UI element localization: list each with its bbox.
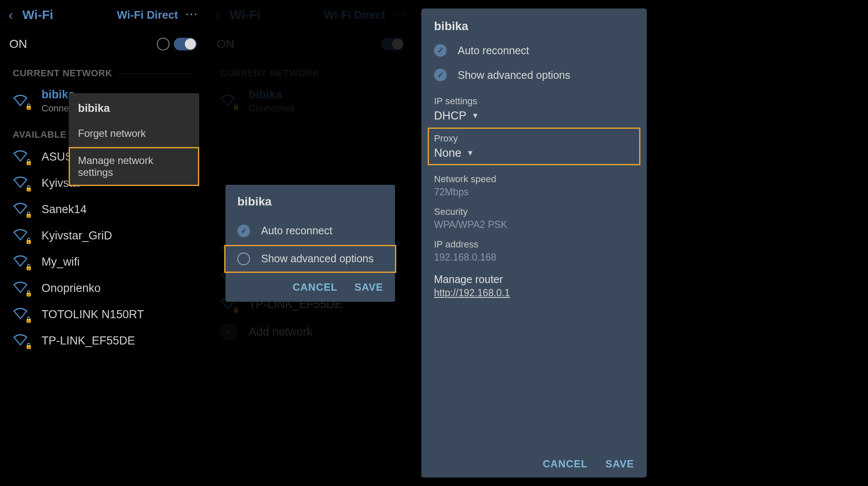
chevron-down-icon: ▼ <box>472 111 479 120</box>
show-advanced-row[interactable]: Show advanced options <box>224 245 396 273</box>
wifi-signal-icon: 🔒 <box>13 228 30 243</box>
radio-empty-icon <box>157 38 170 50</box>
speed-value: 72Mbps <box>434 186 634 198</box>
topbar: ‹ Wi-Fi Wi-Fi Direct ⋮ <box>0 0 206 30</box>
lock-icon: 🔒 <box>25 264 32 270</box>
proxy-section[interactable]: Proxy None▼ <box>428 128 640 165</box>
router-label: Manage router <box>434 273 634 286</box>
show-advanced-label: Show advanced options <box>458 69 570 81</box>
auto-reconnect-label: Auto reconnect <box>261 225 332 237</box>
auto-reconnect-label: Auto reconnect <box>458 44 529 57</box>
screen-1: ‹ Wi-Fi Wi-Fi Direct ⋮ ON CURRENT NETWOR… <box>0 0 206 486</box>
save-button[interactable]: SAVE <box>354 281 383 293</box>
wifi-direct-link[interactable]: Wi-Fi Direct <box>117 8 178 22</box>
page-title: Wi-Fi <box>22 8 117 22</box>
lock-icon: 🔒 <box>25 211 32 218</box>
network-name: TOTOLINK N150RT <box>42 308 144 321</box>
wifi-signal-icon: 🔒 <box>13 307 30 322</box>
back-icon[interactable]: ‹ <box>8 7 13 23</box>
ip-settings-dropdown[interactable]: DHCP▼ <box>434 109 634 122</box>
chevron-down-icon: ▼ <box>467 149 474 158</box>
wifi-signal-icon: 🔒 <box>13 176 30 190</box>
lock-icon: 🔒 <box>25 185 32 192</box>
ip-settings-label: IP settings <box>434 96 634 107</box>
lock-icon: 🔒 <box>25 237 32 244</box>
proxy-label: Proxy <box>434 133 634 144</box>
cancel-button[interactable]: CANCEL <box>542 458 587 470</box>
available-network-item[interactable]: 🔒 TOTOLINK N150RT <box>0 301 206 328</box>
auto-reconnect-row[interactable]: ✓ Auto reconnect <box>225 217 395 245</box>
on-label: ON <box>9 37 27 51</box>
available-network-item[interactable]: 🔒 Sanek14 <box>0 196 206 222</box>
router-url-link[interactable]: http://192.168.0.1 <box>434 287 634 299</box>
lock-icon: 🔒 <box>25 342 32 349</box>
ip-value: 192.168.0.168 <box>434 252 634 263</box>
available-network-item[interactable]: 🔒 My_wifi <box>0 249 206 275</box>
show-advanced-row[interactable]: ✓ Show advanced options <box>434 63 634 87</box>
lock-icon: 🔒 <box>25 290 32 297</box>
network-name: ASUS <box>42 150 73 164</box>
lock-icon: 🔒 <box>25 316 32 323</box>
checkbox-unchecked-icon <box>237 253 250 265</box>
cancel-button[interactable]: CANCEL <box>292 281 337 293</box>
available-network-item[interactable]: 🔒 Kyivstar_GriD <box>0 222 206 249</box>
network-name: TP-LINK_EF55DE <box>42 334 135 347</box>
wifi-signal-icon: 🔒 <box>13 150 30 164</box>
network-details-card: bibika ✓ Auto reconnect ✓ Show advanced … <box>421 8 647 478</box>
wifi-signal-icon: 🔒 <box>13 202 30 217</box>
more-icon[interactable]: ⋮ <box>186 8 198 21</box>
lock-icon: 🔒 <box>25 158 32 165</box>
wifi-signal-icon: 🔒 <box>13 333 30 348</box>
dialog-overlay: bibika ✓ Auto reconnect Show advanced op… <box>207 0 413 486</box>
forget-network-item[interactable]: Forget network <box>69 120 199 147</box>
network-settings-dialog: bibika ✓ Auto reconnect Show advanced op… <box>225 185 395 302</box>
wifi-signal-icon: 🔒 <box>13 255 30 269</box>
security-value: WPA/WPA2 PSK <box>434 219 634 231</box>
proxy-dropdown[interactable]: None▼ <box>434 147 634 160</box>
speed-label: Network speed <box>434 174 634 185</box>
security-label: Security <box>434 206 634 217</box>
wifi-signal-icon: 🔒 <box>13 281 30 295</box>
checkbox-checked-icon: ✓ <box>434 44 447 57</box>
dialog-title: bibika <box>434 19 634 38</box>
network-name: Sanek14 <box>42 203 87 216</box>
save-button[interactable]: SAVE <box>605 458 634 470</box>
checkbox-checked-icon: ✓ <box>434 69 447 81</box>
lock-icon: 🔒 <box>25 103 32 110</box>
context-menu: bibika Forget network Manage network set… <box>69 93 199 186</box>
wifi-signal-icon: 🔒 <box>13 94 30 108</box>
network-name: My_wifi <box>42 255 80 269</box>
show-advanced-label: Show advanced options <box>261 253 373 265</box>
screen-2: ‹ Wi-Fi Wi-Fi Direct ⋮ ON CURRENT NETWOR… <box>207 0 413 486</box>
ip-label: IP address <box>434 239 634 250</box>
dialog-title: bibika <box>225 195 395 217</box>
current-network-header: CURRENT NETWORK <box>0 58 206 82</box>
ctx-menu-title: bibika <box>69 93 199 120</box>
available-network-item[interactable]: 🔒 Onoprienko <box>0 275 206 301</box>
network-name: Kyivstar_GriD <box>42 229 112 242</box>
wifi-toggle[interactable] <box>174 38 197 50</box>
auto-reconnect-row[interactable]: ✓ Auto reconnect <box>434 38 634 63</box>
manage-network-settings-item[interactable]: Manage network settings <box>69 147 199 186</box>
screen-3: bibika ✓ Auto reconnect ✓ Show advanced … <box>415 0 654 486</box>
checkbox-checked-icon: ✓ <box>237 225 250 237</box>
available-network-item[interactable]: 🔒 TP-LINK_EF55DE <box>0 328 206 354</box>
network-name: Onoprienko <box>42 282 101 295</box>
wifi-on-row: ON <box>0 30 206 58</box>
